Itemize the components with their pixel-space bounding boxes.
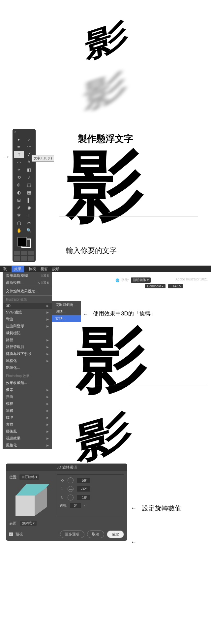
eraser-tool[interactable]: ◧ <box>24 166 34 173</box>
section-rotate-dialog: 影 3D 旋轉選項 位置: 自訂旋轉 ▾ ⟲ 56° <box>0 394 211 553</box>
menu-pixelate[interactable]: 像素▶ <box>3 386 52 393</box>
font-family-dropdown[interactable]: 游明朝体 ▾ <box>131 277 151 283</box>
axis-z-icon: ↻ <box>60 496 64 500</box>
step-note: 設定旋轉數值 <box>142 504 181 513</box>
pen-tool[interactable]: ✒ <box>14 143 24 150</box>
preview-checkbox[interactable]: ✓ <box>9 532 13 536</box>
rectangle-tool[interactable]: ▭ <box>14 158 24 166</box>
app-title: Adobe Illustrator 2021 <box>175 277 208 281</box>
none-mode[interactable] <box>28 251 34 255</box>
menu-header-ai: Illustrator 效果 <box>3 296 52 303</box>
menu-svg-filter[interactable]: SVG 濾鏡▶ <box>3 309 52 316</box>
section-type-tool: → × ▸ ▹ ✒ 〰 T ╱ ▭ ✎ ✧ ◧ ⟲ ⤢ ⫛ ⬚ ◐ ▦ ⊞ ▌ … <box>0 124 211 266</box>
menu-raster-settings[interactable]: 文件點陣效果設定... <box>3 288 52 295</box>
gradient-mode[interactable] <box>21 251 27 255</box>
position-dropdown[interactable]: 自訂旋轉 ▾ <box>19 474 39 480</box>
menu-effect[interactable]: 效果 <box>12 266 24 272</box>
canvas-text[interactable]: 影 <box>66 134 145 241</box>
rot-x-dial[interactable] <box>68 477 74 483</box>
graph-tool[interactable]: ⫼ <box>24 211 34 219</box>
rotate-3d-dialog: 3D 旋轉選項 位置: 自訂旋轉 ▾ ⟲ 56° <box>6 464 127 541</box>
type-tool[interactable]: T <box>14 151 24 158</box>
tool-grid: ▸ ▹ ✒ 〰 T ╱ ▭ ✎ ✧ ◧ ⟲ ⤢ ⫛ ⬚ ◐ ▦ ⊞ ▌ ✐ ◉ … <box>13 134 35 235</box>
hand-tool[interactable]: ✋ <box>14 227 24 234</box>
free-transform-tool[interactable]: ⬚ <box>24 181 34 188</box>
menu-header-ps: Photoshop 效果 <box>3 373 52 379</box>
shaper-tool[interactable]: ✧ <box>14 166 24 173</box>
zoom-tool[interactable]: 🔍 <box>24 227 34 234</box>
menu-crop-marks[interactable]: 裁切標記 <box>3 330 52 337</box>
submenu-extrude[interactable]: 突出與斜角... <box>52 301 81 308</box>
chevron-right-icon[interactable]: › <box>84 504 85 507</box>
menu-apply-blur[interactable]: 套用高斯模糊⇧⌘E <box>3 272 52 279</box>
rotation-cube-preview[interactable] <box>11 482 47 515</box>
globe-icon[interactable]: 🌐 <box>115 278 119 282</box>
color-mode[interactable] <box>14 251 20 255</box>
ok-button[interactable]: 確定 <box>107 531 124 538</box>
arrow-indicator-icon: ← <box>131 539 136 546</box>
font-size-dropdown[interactable]: ↕ 143.5 <box>168 284 183 288</box>
menu-pathfinder[interactable]: 路徑管理員▶ <box>3 343 52 350</box>
demo-char-3d: 影 <box>82 13 128 70</box>
perspective-field[interactable]: 0° <box>70 503 81 508</box>
rot-z-dial[interactable] <box>68 495 74 500</box>
color-swatch[interactable] <box>17 237 31 248</box>
menu-window[interactable]: 視窗 <box>41 267 48 272</box>
character-bar: 🌐 字元: 游明朝体 ▾ <box>115 277 151 283</box>
close-icon[interactable]: × <box>14 130 16 134</box>
arrow-indicator-icon: ← <box>131 505 136 512</box>
menu-warp[interactable]: 彎曲▶ <box>3 316 52 323</box>
text-baseline <box>59 216 198 216</box>
fill-swatch[interactable] <box>17 237 27 246</box>
menu-rasterize[interactable]: 點陣化... <box>3 364 52 371</box>
section-effect-menu: 取 效果 檢視 視窗 説明 Adobe Illustrator 2021 🌐 字… <box>0 266 211 394</box>
dialog-title: 3D 旋轉選項 <box>6 464 127 471</box>
font-weight-dropdown[interactable]: Demibold ▾ <box>145 284 166 288</box>
menu-path[interactable]: 路徑▶ <box>3 337 52 343</box>
demo-char-shadow: 影 <box>81 63 130 120</box>
panel-footer <box>13 250 35 262</box>
eyedropper-tool[interactable]: ✐ <box>14 204 24 211</box>
text-baseline <box>69 385 208 385</box>
symbol-sprayer-tool[interactable]: ✲ <box>14 211 24 219</box>
menu-gaussian-blur[interactable]: 高斯模糊...⌥⇧⌘E <box>3 279 52 286</box>
slice-tool[interactable]: ✂ <box>24 219 34 226</box>
mesh-tool[interactable]: ⊞ <box>14 196 24 204</box>
font-bar: Demibold ▾ ↕ 143.5 <box>145 284 183 288</box>
rot-z-field[interactable]: 18° <box>77 495 90 500</box>
menu-distort[interactable]: 扭曲與變形▶ <box>3 323 52 330</box>
dots-icon[interactable] <box>28 256 34 261</box>
rot-y-dial[interactable] <box>68 486 74 492</box>
rot-y-field[interactable]: -32° <box>77 486 90 492</box>
rotate-tool[interactable]: ⟲ <box>14 174 24 181</box>
menu-take[interactable]: 取 <box>3 267 7 272</box>
rot-x-field[interactable]: 56° <box>77 478 90 483</box>
menu-3d[interactable]: 3D▶ <box>3 303 52 309</box>
axis-x-icon: ⟲ <box>60 478 64 483</box>
artboard-tool[interactable]: ▢ <box>14 219 24 226</box>
blend-tool[interactable]: ◉ <box>24 204 34 211</box>
width-tool[interactable]: ⫛ <box>14 181 24 188</box>
selection-tool[interactable]: ▸ <box>14 136 24 143</box>
screen-mode[interactable] <box>14 256 20 261</box>
menu-bar: 取 效果 檢視 視窗 説明 <box>0 266 211 272</box>
menu-stylize-ai[interactable]: 風格化▶ <box>3 357 52 364</box>
menu-convert-shape[interactable]: 轉換為以下形狀▶ <box>3 350 52 357</box>
curvature-tool[interactable]: 〰 <box>24 143 34 150</box>
direct-selection-tool[interactable]: ▹ <box>24 136 34 143</box>
shape-builder-tool[interactable]: ◐ <box>14 189 24 196</box>
step-caption: 輸入你要的文字 <box>66 246 117 256</box>
gradient-tool[interactable]: ▌ <box>24 196 34 204</box>
tools-panel: × ▸ ▹ ✒ 〰 T ╱ ▭ ✎ ✧ ◧ ⟲ ⤢ ⫛ ⬚ ◐ ▦ ⊞ ▌ ✐ … <box>13 129 36 262</box>
surface-dropdown[interactable]: 無網底 ▾ <box>20 521 37 526</box>
menu-help[interactable]: 説明 <box>52 267 60 272</box>
cancel-button[interactable]: 取消 <box>87 531 104 538</box>
menu-gallery[interactable]: 效果收藏館... <box>3 379 52 386</box>
perspective-tool[interactable]: ▦ <box>24 189 34 196</box>
more-options-button[interactable]: 更多選項 <box>60 531 84 538</box>
menu-view[interactable]: 檢視 <box>29 267 36 272</box>
surface-label: 表面: <box>9 521 17 526</box>
edit-toolbar[interactable] <box>21 256 27 261</box>
scale-tool[interactable]: ⤢ <box>24 174 34 181</box>
panel-header: × <box>13 129 35 134</box>
